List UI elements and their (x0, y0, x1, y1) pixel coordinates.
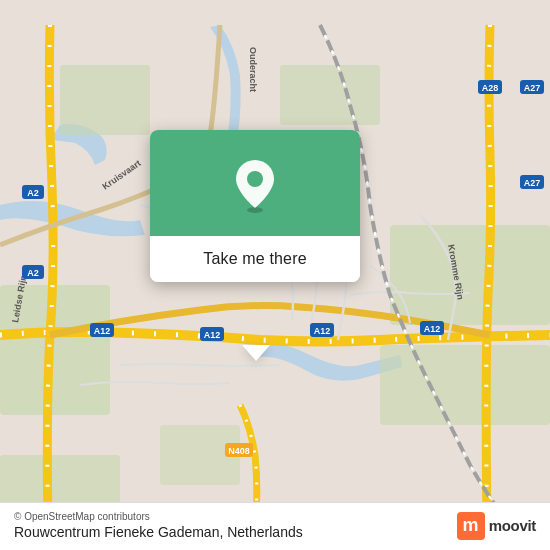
svg-text:Ouderacht: Ouderacht (248, 47, 258, 92)
svg-text:A28: A28 (482, 83, 499, 93)
footer-left: © OpenStreetMap contributors Rouwcentrum… (14, 511, 303, 540)
footer: © OpenStreetMap contributors Rouwcentrum… (0, 502, 550, 550)
popup-tail (242, 345, 270, 361)
popup-card: Take me there (150, 130, 360, 282)
svg-text:A12: A12 (94, 326, 111, 336)
svg-text:Kruisvaart: Kruisvaart (100, 158, 142, 192)
svg-text:A2: A2 (27, 188, 39, 198)
map-pin-icon (231, 158, 279, 214)
map-container: Leidse Rijn Kruisvaart Ouderacht Kromme … (0, 0, 550, 550)
svg-rect-2 (380, 345, 550, 425)
moovit-logo: m moovit (457, 512, 536, 540)
moovit-logo-icon: m (457, 512, 485, 540)
take-me-there-button[interactable]: Take me there (150, 236, 360, 282)
svg-text:A12: A12 (314, 326, 331, 336)
osm-attribution: © OpenStreetMap contributors (14, 511, 303, 522)
svg-text:A27: A27 (524, 178, 541, 188)
svg-text:A27: A27 (524, 83, 541, 93)
svg-text:A2: A2 (27, 268, 39, 278)
svg-rect-4 (280, 65, 380, 125)
popup-icon-area (150, 130, 360, 236)
svg-point-32 (247, 171, 263, 187)
moovit-logo-text: moovit (489, 517, 536, 534)
svg-text:A12: A12 (424, 324, 441, 334)
svg-text:N408: N408 (228, 446, 250, 456)
location-name: Rouwcentrum Fieneke Gademan, Netherlands (14, 524, 303, 540)
svg-text:A12: A12 (204, 330, 221, 340)
svg-rect-1 (390, 225, 550, 325)
svg-rect-3 (60, 65, 150, 135)
